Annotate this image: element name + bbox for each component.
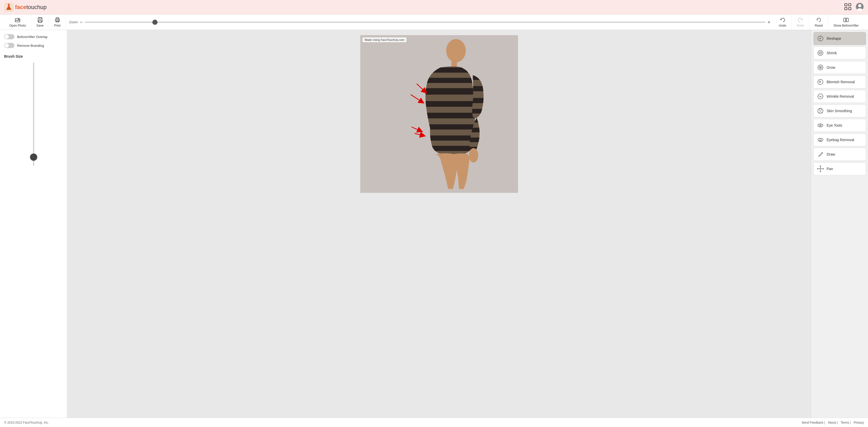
main-image[interactable] (360, 35, 518, 193)
svg-rect-29 (422, 101, 479, 107)
svg-point-3 (8, 4, 10, 6)
svg-rect-30 (422, 113, 479, 119)
header-right (844, 3, 864, 12)
svg-line-68 (822, 152, 823, 153)
tool-eye-tools[interactable]: Eye Tools (813, 119, 866, 132)
svg-point-42 (469, 148, 478, 163)
brush-thumb[interactable] (30, 154, 37, 161)
remove-branding-row: Remove Branding (4, 43, 63, 48)
header: facetouchup (0, 0, 868, 14)
right-panel: Reshape Shrink Grow (811, 30, 868, 418)
before-after-overlay-toggle[interactable] (4, 34, 14, 39)
privacy-link[interactable]: Privacy (854, 421, 864, 424)
logo-icon (4, 3, 13, 12)
svg-rect-21 (846, 18, 848, 22)
canvas-area[interactable]: Made Using FaceTouchUp.com (67, 30, 811, 418)
tool-blemish-removal[interactable]: Blemish Removal (813, 75, 866, 89)
remove-branding-label: Remove Branding (17, 44, 44, 47)
tool-wrinkle-removal-label: Wrinkle Removal (827, 94, 854, 98)
zoom-plus-button[interactable]: + (767, 20, 771, 25)
svg-point-9 (858, 4, 861, 7)
remove-branding-toggle[interactable] (4, 43, 14, 48)
svg-rect-7 (848, 7, 851, 10)
footer-links: Send Feedback | About | Terms | Privacy (800, 421, 864, 424)
svg-rect-27 (422, 78, 479, 83)
tool-shrink-label: Shrink (827, 51, 837, 55)
show-before-after-button[interactable]: Show Before/After (829, 14, 864, 30)
tool-draw[interactable]: Draw (813, 148, 866, 161)
svg-rect-28 (422, 88, 479, 95)
reset-button[interactable]: Reset (810, 14, 828, 30)
open-photo-button[interactable]: Open Photo (4, 14, 31, 30)
zoom-label: Zoom (69, 20, 78, 24)
tool-eye-tools-label: Eye Tools (827, 123, 842, 127)
main: Before/After Overlay Remove Branding Bru… (0, 30, 868, 418)
redo-button[interactable]: Redo (792, 14, 810, 30)
svg-rect-20 (844, 18, 846, 22)
pan-icon (817, 165, 824, 172)
tool-pan-label: Pan (827, 167, 833, 171)
wrinkle-icon (817, 93, 824, 100)
account-icon[interactable] (856, 3, 864, 12)
zoom-slider[interactable] (85, 22, 765, 23)
svg-point-24 (446, 39, 466, 62)
svg-point-67 (819, 139, 821, 140)
skin-icon (817, 107, 824, 114)
tool-eyebag-removal[interactable]: Eyebag Removal (813, 133, 866, 146)
svg-point-19 (58, 20, 59, 20)
terms-link[interactable]: Terms (841, 421, 849, 424)
tool-shrink[interactable]: Shrink (813, 46, 866, 60)
image-container: Made Using FaceTouchUp.com (360, 35, 518, 193)
logo[interactable]: facetouchup (4, 3, 46, 12)
fullscreen-icon[interactable] (844, 3, 851, 11)
print-button[interactable]: Print (49, 14, 66, 30)
brush-track (33, 63, 34, 166)
tool-eyebag-removal-label: Eyebag Removal (827, 138, 854, 142)
shrink-icon (817, 50, 824, 57)
before-after-overlay-label: Before/After Overlay (17, 35, 48, 39)
footer: © 2010-2022 FaceTouchUp, Inc. Send Feedb… (0, 418, 868, 427)
about-link[interactable]: About (828, 421, 836, 424)
svg-point-60 (818, 94, 823, 99)
svg-point-65 (820, 125, 821, 126)
tool-pan[interactable]: Pan (813, 162, 866, 175)
tool-reshape[interactable]: Reshape (813, 32, 866, 45)
svg-rect-4 (845, 4, 847, 6)
svg-rect-11 (15, 18, 20, 22)
svg-rect-6 (845, 7, 847, 10)
reshape-icon (817, 35, 824, 42)
grow-icon (817, 64, 824, 71)
logo-text: facetouchup (15, 4, 46, 10)
svg-point-59 (820, 81, 821, 82)
before-after-overlay-row: Before/After Overlay (4, 34, 63, 39)
svg-point-66 (818, 138, 823, 141)
svg-point-62 (819, 109, 822, 111)
toolbar: Open Photo Save Print Zoom − + Undo (0, 14, 868, 30)
tool-skin-smoothing-label: Skin Smoothing (827, 109, 852, 113)
svg-rect-18 (56, 21, 59, 22)
tool-skin-smoothing[interactable]: Skin Smoothing (813, 104, 866, 117)
blemish-icon (817, 78, 824, 86)
brush-size-slider[interactable] (4, 63, 63, 414)
svg-rect-5 (848, 4, 851, 6)
tool-reshape-label: Reshape (827, 36, 841, 41)
draw-icon (817, 151, 824, 158)
svg-rect-15 (38, 21, 42, 22)
undo-button[interactable]: Undo (774, 14, 792, 30)
save-button[interactable]: Save (31, 14, 49, 30)
svg-rect-31 (422, 124, 479, 130)
tool-grow-label: Grow (827, 65, 835, 69)
person-figure (360, 35, 518, 193)
tool-blemish-removal-label: Blemish Removal (827, 80, 855, 84)
left-panel: Before/After Overlay Remove Branding Bru… (0, 30, 67, 418)
tool-wrinkle-removal[interactable]: Wrinkle Removal (813, 90, 866, 103)
watermark: Made Using FaceTouchUp.com (362, 37, 407, 42)
tool-grow[interactable]: Grow (813, 61, 866, 74)
send-feedback-link[interactable]: Send Feedback (802, 421, 823, 424)
brush-size-label: Brush Size (4, 54, 63, 58)
footer-copyright: © 2010-2022 FaceTouchUp, Inc. (4, 421, 49, 424)
zoom-minus-button[interactable]: − (80, 20, 83, 25)
svg-rect-14 (39, 18, 41, 19)
eyebag-icon (817, 136, 824, 143)
eye-icon (817, 122, 824, 129)
